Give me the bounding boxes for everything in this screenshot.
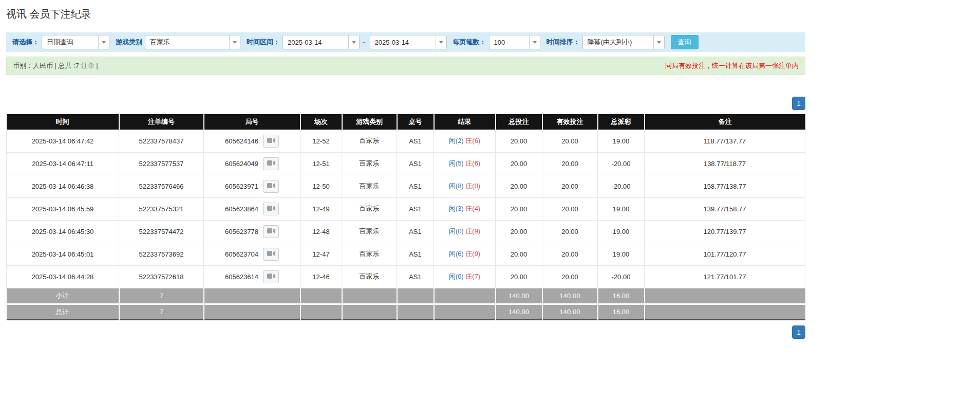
empty-cell: [342, 288, 397, 304]
empty-cell: [397, 304, 434, 320]
page-size-select[interactable]: 100: [489, 35, 540, 49]
date-from-input[interactable]: 2025-03-14: [282, 35, 360, 49]
pagination-bottom: 1: [6, 325, 805, 339]
total-valid-bet: 140.00: [542, 304, 598, 320]
cell-session: 12-52: [300, 130, 342, 152]
cell-valid-bet: 20.00: [542, 243, 598, 265]
chevron-down-icon[interactable]: [98, 35, 109, 49]
result-player: 闲(6): [449, 272, 464, 280]
cell-game-type: 百家乐: [342, 152, 397, 175]
page-1-button[interactable]: 1: [792, 97, 805, 110]
page-1-button[interactable]: 1: [792, 325, 805, 339]
pagination-top: 1: [6, 97, 805, 110]
cell-bet-id: 522337573692: [119, 243, 204, 265]
empty-cell: [204, 304, 300, 320]
result-banker: 庄(6): [465, 159, 480, 167]
cell-valid-bet: 20.00: [542, 130, 598, 152]
sort-order-value: 降冪(由大到小): [583, 38, 653, 47]
subtotal-count: 7: [119, 288, 204, 304]
cell-round-id: 605623971: [204, 175, 300, 197]
table-row: 2025-03-14 06:47:11522337577537605624049…: [7, 152, 805, 175]
cell-note: 139.77/158.77: [645, 197, 805, 220]
cell-result: 闲(3) 庄(4): [434, 197, 496, 220]
video-camera-icon: [267, 228, 275, 235]
cell-session: 12-46: [300, 265, 342, 288]
video-replay-button[interactable]: [263, 157, 279, 170]
result-banker: 庄(9): [465, 227, 480, 235]
result-banker: 庄(9): [465, 250, 480, 258]
video-replay-button[interactable]: [263, 270, 279, 283]
content-area: 视讯 会员下注纪录 请选择： 日期查询 游戏类别 百家乐 时间区间： 2025-…: [6, 0, 805, 339]
chevron-down-icon[interactable]: [229, 35, 240, 49]
column-header: 桌号: [397, 114, 434, 130]
cell-valid-bet: 20.00: [542, 175, 598, 197]
cell-total-bet: 20.00: [496, 152, 542, 175]
cell-table-no: AS1: [397, 197, 434, 220]
chevron-down-icon[interactable]: [348, 35, 359, 49]
currency-total-text: 币别：人民币 | 总共 :7 注单 |: [13, 61, 98, 70]
cell-time: 2025-03-14 06:45:59: [7, 197, 119, 220]
chevron-down-icon[interactable]: [529, 35, 540, 49]
sort-order-select[interactable]: 降冪(由大到小): [582, 35, 665, 49]
cell-result: 闲(8) 庄(0): [434, 175, 496, 197]
select-type-label: 请选择：: [12, 38, 39, 47]
search-button[interactable]: 查询: [671, 35, 699, 49]
empty-cell: [342, 304, 397, 320]
cell-game-type: 百家乐: [342, 243, 397, 265]
cell-table-no: AS1: [397, 175, 434, 197]
round-id-text: 605623971: [225, 183, 258, 190]
date-to-input[interactable]: 2025-03-14: [370, 35, 447, 49]
table-row: 2025-03-14 06:45:30522337574472605623778…: [7, 220, 805, 243]
cell-note: 138.77/118.77: [645, 152, 805, 175]
chevron-down-icon[interactable]: [436, 35, 446, 49]
round-id-text: 605624049: [225, 160, 258, 168]
round-id-text: 605623864: [225, 205, 258, 213]
cell-bet-id: 522337576466: [119, 175, 204, 197]
table-row: 2025-03-14 06:47:42522337578437605624146…: [7, 130, 805, 152]
cell-bet-id: 522337578437: [119, 130, 204, 152]
cell-time: 2025-03-14 06:45:01: [7, 243, 119, 265]
cell-note: 121.77/101.77: [645, 265, 805, 288]
subtotal-payout: 16.00: [598, 288, 645, 304]
cell-valid-bet: 20.00: [542, 220, 598, 243]
date-type-value: 日期查询: [42, 38, 98, 47]
video-replay-button[interactable]: [263, 248, 279, 261]
subtotal-row: 小计 7 140.00 140.00 16.00: [7, 288, 805, 304]
table-header-row: 时间注单编号局号场次游戏类别桌号结果总投注有效投注总派彩备注: [7, 114, 805, 130]
date-range-separator: ~: [363, 39, 367, 46]
column-header: 注单编号: [119, 114, 204, 130]
video-replay-button[interactable]: [263, 203, 279, 215]
column-header: 备注: [645, 114, 805, 130]
round-id-text: 605623614: [225, 273, 258, 281]
cell-round-id: 605624146: [204, 130, 300, 152]
game-type-select[interactable]: 百家乐: [145, 35, 240, 49]
empty-cell: [645, 304, 805, 320]
page-title: 视讯 会员下注纪录: [6, 7, 805, 21]
total-count: 7: [119, 304, 204, 320]
subtotal-valid-bet: 140.00: [542, 288, 598, 304]
cell-total-bet: 20.00: [496, 243, 542, 265]
video-replay-button[interactable]: [263, 180, 279, 193]
cell-time: 2025-03-14 06:44:28: [7, 265, 119, 288]
video-camera-icon: [267, 183, 275, 190]
result-player: 闲(8): [449, 182, 464, 190]
table-row: 2025-03-14 06:45:01522337573692605623704…: [7, 243, 805, 265]
date-type-select[interactable]: 日期查询: [42, 35, 109, 49]
cell-payout: -20.00: [598, 175, 645, 197]
table-row: 2025-03-14 06:45:59522337575321605623864…: [7, 197, 805, 220]
result-banker: 庄(4): [465, 205, 480, 212]
result-banker: 庄(0): [465, 182, 480, 190]
total-row: 总计 7 140.00 140.00 16.00: [7, 304, 805, 320]
video-replay-button[interactable]: [263, 135, 279, 148]
video-replay-button[interactable]: [263, 225, 279, 238]
cell-valid-bet: 20.00: [542, 152, 598, 175]
chevron-down-icon[interactable]: [653, 35, 664, 49]
cell-round-id: 605623614: [204, 265, 300, 288]
cell-round-id: 605623778: [204, 220, 300, 243]
cell-total-bet: 20.00: [496, 197, 542, 220]
cell-result: 闲(6) 庄(7): [434, 265, 496, 288]
cell-note: 101.77/120.77: [645, 243, 805, 265]
cell-game-type: 百家乐: [342, 265, 397, 288]
cell-bet-id: 522337572618: [119, 265, 204, 288]
result-banker: 庄(6): [465, 137, 480, 144]
